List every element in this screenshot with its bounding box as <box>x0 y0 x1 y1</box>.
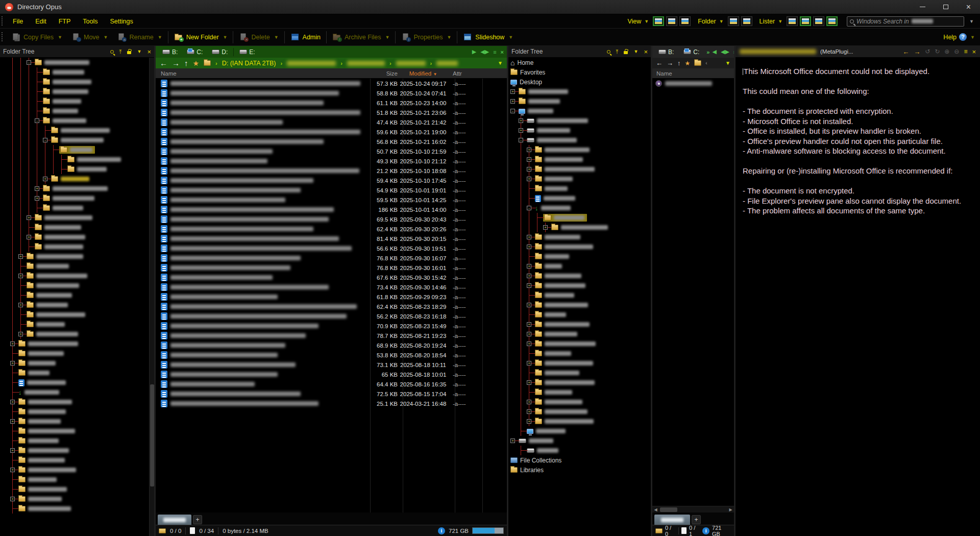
rotate-left-icon[interactable]: ↺ <box>925 48 930 55</box>
crumb-segment-redacted[interactable] <box>436 61 458 66</box>
tree-item[interactable] <box>0 96 154 106</box>
dropdown-caret-icon[interactable]: ▼ <box>644 19 649 24</box>
preview-menu-icon[interactable]: ≡ <box>964 48 967 55</box>
file-row[interactable]: 64.4 KB2025-08-16 16:35-a---- <box>156 379 507 389</box>
tree-item[interactable]: + <box>508 96 651 106</box>
file-row[interactable]: 72.5 KB2025-08-15 17:04-a---- <box>156 389 507 399</box>
tree-item[interactable] <box>508 184 651 193</box>
lister-view-icon-1[interactable] <box>787 16 798 26</box>
left-tree-scroll-thumb[interactable] <box>150 384 154 486</box>
tree-item[interactable] <box>508 446 651 455</box>
tree-item[interactable] <box>0 87 154 96</box>
tree-item[interactable]: + <box>0 417 154 426</box>
tree-item[interactable] <box>508 387 651 397</box>
dropdown-caret-icon[interactable]: ▼ <box>223 35 228 40</box>
rotate-right-icon[interactable]: ↻ <box>935 48 940 55</box>
tree-item[interactable]: Desktop <box>508 77 651 87</box>
tree-item[interactable]: + <box>0 252 154 261</box>
help-dropdown-caret[interactable]: ▼ <box>970 35 975 40</box>
crumb-segment-redacted[interactable] <box>396 61 426 66</box>
file-row[interactable]: 65 KB2025-08-18 10:01-a---- <box>156 370 507 379</box>
expand-icon[interactable]: + <box>527 322 531 327</box>
tree-item[interactable] <box>0 203 154 213</box>
collapse-icon[interactable]: - <box>27 60 31 65</box>
file-row[interactable]: 53.8 KB2025-08-20 18:54-a---- <box>156 350 507 360</box>
swap-panes-icon[interactable]: ◀ <box>712 48 716 55</box>
zoom-in-icon[interactable]: ⊕ <box>944 48 949 55</box>
tree-filter-icon[interactable]: ⤒ <box>616 49 619 55</box>
column-name[interactable]: Name <box>156 70 365 77</box>
tree-item[interactable] <box>0 426 154 436</box>
tree-item[interactable] <box>0 436 154 446</box>
tree-item[interactable]: + <box>508 116 651 126</box>
drive-tab-c[interactable]: C: <box>680 46 703 58</box>
narrow-file-row[interactable] <box>652 79 734 88</box>
breadcrumb-dropdown-caret[interactable]: ▼ <box>498 60 503 66</box>
tree-item[interactable]: + <box>508 223 651 232</box>
column-attr[interactable]: Attr <box>449 70 475 77</box>
file-row[interactable]: 70.9 KB2025-08-23 15:49-a---- <box>156 321 507 331</box>
tree-item[interactable] <box>0 475 154 484</box>
collapse-icon[interactable]: - <box>43 138 47 142</box>
maximize-button[interactable] <box>934 0 957 14</box>
expand-icon[interactable]: + <box>27 235 31 239</box>
file-row[interactable]: 51.8 KB2025-10-21 23:06-a---- <box>156 108 507 117</box>
prev-back-icon[interactable]: ← <box>902 48 909 55</box>
folder-view-icon-2[interactable] <box>741 16 752 26</box>
move-button[interactable]: →Move▼ <box>67 30 113 44</box>
tree-item[interactable]: + <box>508 397 651 407</box>
tree-item[interactable]: + <box>508 320 651 329</box>
collapse-icon[interactable]: - <box>35 118 39 123</box>
crumb-segment-redacted[interactable] <box>347 61 385 66</box>
file-row[interactable]: 59.5 KB2025-10-01 14:25-a---- <box>156 195 507 205</box>
expand-icon[interactable]: + <box>35 186 39 191</box>
expand-icon[interactable]: + <box>527 167 531 172</box>
file-row[interactable]: 62.4 KB2025-09-30 20:26-a---- <box>156 224 507 234</box>
expand-icon[interactable]: + <box>527 177 531 181</box>
tree-options-caret[interactable]: ▼ <box>137 50 141 54</box>
expand-icon[interactable]: + <box>10 400 15 404</box>
expand-icon[interactable]: + <box>527 342 531 346</box>
expand-icon[interactable]: + <box>527 148 531 152</box>
info-icon[interactable]: i <box>438 527 445 534</box>
file-row[interactable]: 186 KB2025-10-01 14:00-a---- <box>156 205 507 214</box>
file-row[interactable]: 68.9 KB2025-08-20 19:24-a---- <box>156 340 507 350</box>
dropdown-caret-icon[interactable]: ▼ <box>719 19 724 24</box>
dropdown-caret-icon[interactable]: ▼ <box>778 19 782 24</box>
tree-lock-icon[interactable] <box>127 51 131 54</box>
lister-view-icon-4[interactable] <box>826 16 838 26</box>
lister-view-icon-3[interactable] <box>813 16 824 26</box>
expand-icon[interactable]: + <box>18 274 23 278</box>
expand-icon[interactable]: + <box>527 409 531 414</box>
path-folder-icon[interactable] <box>694 60 701 66</box>
tree-item[interactable]: + <box>508 436 651 446</box>
view-view-icon-3[interactable] <box>679 16 691 26</box>
tree-item[interactable]: + <box>0 329 154 339</box>
tree-item[interactable] <box>0 145 154 155</box>
tree-item[interactable] <box>0 67 154 77</box>
rename-button[interactable]: aRename▼ <box>112 30 166 44</box>
expand-icon[interactable]: + <box>543 225 548 230</box>
tree-item[interactable] <box>0 242 154 252</box>
file-row[interactable]: 58.8 KB2025-10-24 07:41-a---- <box>156 88 507 98</box>
tree-item[interactable] <box>0 407 154 417</box>
lister-tab-active[interactable] <box>158 515 191 525</box>
file-row[interactable]: 59.4 KB2025-10-10 17:45-a---- <box>156 176 507 185</box>
expand-icon[interactable]: + <box>18 254 23 259</box>
tree-item[interactable]: + <box>0 446 154 455</box>
tree-item[interactable] <box>508 213 651 223</box>
drive-tab-d[interactable]: D: <box>208 46 231 58</box>
file-row[interactable]: 73.1 KB2025-08-18 10:11-a---- <box>156 360 507 370</box>
expand-icon[interactable]: + <box>43 177 47 181</box>
dual-display-icon[interactable]: ◀▶ <box>721 48 729 55</box>
favorites-star-icon[interactable]: ★ <box>685 60 691 66</box>
tree-item[interactable]: + <box>508 87 651 96</box>
new-tab-button[interactable]: + <box>692 515 701 524</box>
file-row[interactable]: 61.8 KB2025-09-29 09:23-a---- <box>156 292 507 302</box>
expand-icon[interactable]: + <box>10 448 15 453</box>
tree-filter-icon[interactable]: ⤒ <box>119 49 122 55</box>
tree-options-caret[interactable]: ▼ <box>633 50 638 54</box>
left-tree-scrollbar[interactable] <box>149 58 154 536</box>
minimize-button[interactable] <box>911 0 934 14</box>
back-icon[interactable]: ← <box>656 60 663 66</box>
